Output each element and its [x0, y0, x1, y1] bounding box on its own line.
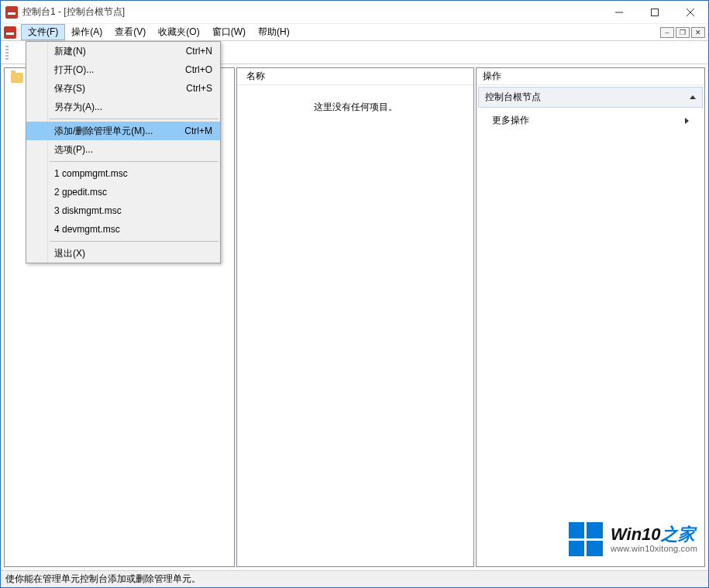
svg-rect-0	[652, 9, 659, 15]
menu-view[interactable]: 查看(V)	[108, 24, 152, 40]
toolbar-grip[interactable]	[5, 46, 9, 60]
actions-more[interactable]: 更多操作	[477, 109, 704, 132]
menu-item-label: 保存(S)	[54, 82, 85, 95]
app-icon	[5, 6, 18, 19]
actions-group[interactable]: 控制台根节点	[478, 87, 703, 108]
menu-item-save[interactable]: 保存(S) Ctrl+S	[26, 79, 220, 98]
menu-item-label: 打开(O)...	[54, 64, 94, 77]
menu-window[interactable]: 窗口(W)	[206, 24, 252, 40]
menu-item-label: 添加/删除管理单元(M)...	[54, 125, 153, 138]
actions-more-label: 更多操作	[492, 114, 529, 127]
menu-item-recent-1[interactable]: 1 compmgmt.msc	[26, 164, 220, 183]
close-button[interactable]	[673, 1, 708, 24]
list-pane: 名称 这里没有任何项目。	[236, 67, 474, 567]
menu-item-shortcut: Ctrl+M	[184, 126, 212, 136]
menu-item-new[interactable]: 新建(N) Ctrl+N	[26, 42, 220, 60]
menu-item-recent-2[interactable]: 2 gpedit.msc	[26, 183, 220, 201]
list-column-name[interactable]: 名称	[237, 68, 473, 85]
menu-item-label: 另存为(A)...	[54, 101, 102, 114]
folder-icon	[11, 73, 23, 83]
menu-separator	[50, 241, 219, 242]
actions-header: 操作	[477, 68, 704, 85]
menu-item-shortcut: Ctrl+O	[185, 64, 212, 75]
menu-item-label: 退出(X)	[54, 247, 85, 260]
menu-item-shortcut: Ctrl+N	[186, 46, 212, 57]
mdi-minimize-button[interactable]: –	[660, 27, 674, 38]
status-text: 使你能在管理单元控制台添加或删除管理单元。	[5, 573, 201, 586]
menu-item-label: 4 devmgmt.msc	[54, 224, 120, 235]
actions-pane: 操作 控制台根节点 更多操作	[476, 67, 705, 567]
menu-help[interactable]: 帮助(H)	[252, 24, 296, 40]
menu-item-label: 选项(P)...	[54, 143, 93, 156]
menu-action[interactable]: 操作(A)	[65, 24, 108, 40]
list-empty-text: 这里没有任何项目。	[237, 85, 473, 566]
menu-item-label: 新建(N)	[54, 45, 86, 58]
mdi-close-button[interactable]: ✕	[691, 27, 705, 38]
menu-item-add-remove-snapin[interactable]: 添加/删除管理单元(M)... Ctrl+M	[26, 122, 220, 140]
menu-separator	[50, 161, 219, 162]
menu-separator	[50, 119, 219, 119]
menu-item-label: 1 compmgmt.msc	[54, 168, 128, 179]
maximize-button[interactable]	[637, 1, 673, 24]
menu-bar: 文件(F) 操作(A) 查看(V) 收藏夹(O) 窗口(W) 帮助(H) – ❐…	[1, 24, 708, 41]
menu-item-exit[interactable]: 退出(X)	[26, 244, 220, 263]
menu-item-recent-3[interactable]: 3 diskmgmt.msc	[26, 201, 220, 220]
actions-group-label: 控制台根节点	[485, 91, 541, 104]
status-bar: 使你能在管理单元控制台添加或删除管理单元。	[1, 570, 708, 587]
menu-item-saveas[interactable]: 另存为(A)...	[26, 98, 220, 116]
app-window: 控制台1 - [控制台根节点] 文件(F) 操作(A) 查看(V) 收藏夹(O)…	[0, 0, 709, 588]
menu-item-open[interactable]: 打开(O)... Ctrl+O	[26, 60, 220, 79]
menu-item-label: 2 gpedit.msc	[54, 187, 107, 198]
menu-item-options[interactable]: 选项(P)...	[26, 140, 220, 159]
collapse-icon	[690, 95, 696, 99]
file-menu-dropdown: 新建(N) Ctrl+N 打开(O)... Ctrl+O 保存(S) Ctrl+…	[26, 41, 221, 263]
menu-item-shortcut: Ctrl+S	[186, 83, 212, 94]
menu-item-label: 3 diskmgmt.msc	[54, 205, 122, 216]
doc-icon	[4, 26, 16, 39]
title-bar: 控制台1 - [控制台根节点]	[1, 1, 708, 24]
menu-favorites[interactable]: 收藏夹(O)	[152, 24, 205, 40]
window-title: 控制台1 - [控制台根节点]	[22, 5, 125, 19]
menu-item-recent-4[interactable]: 4 devmgmt.msc	[26, 220, 220, 239]
submenu-icon	[685, 118, 689, 124]
mdi-restore-button[interactable]: ❐	[676, 27, 690, 38]
minimize-button[interactable]	[601, 1, 637, 24]
menu-file[interactable]: 文件(F)	[21, 24, 65, 40]
